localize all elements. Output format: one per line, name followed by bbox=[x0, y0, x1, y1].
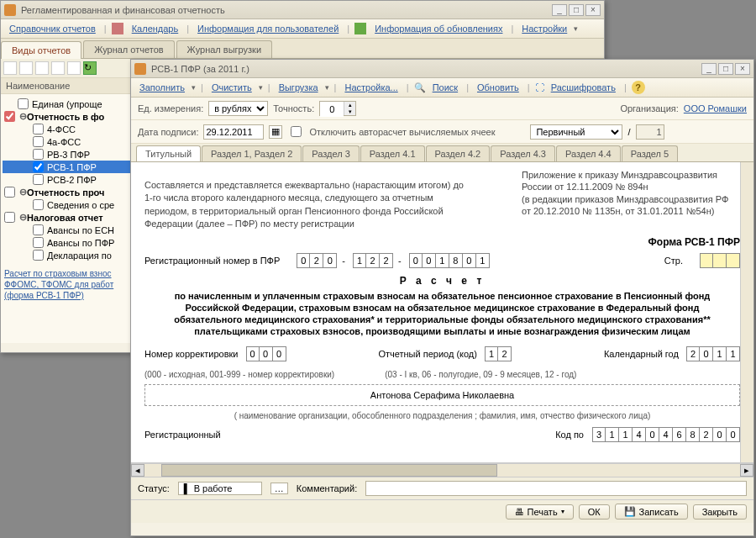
refresh-button[interactable]: Обновить bbox=[474, 81, 522, 94]
print-button[interactable]: 🖶 Печать ▾ bbox=[506, 504, 574, 520]
stepper-down-icon[interactable]: ▾ bbox=[344, 108, 355, 115]
calendar-icon[interactable]: ▦ bbox=[269, 125, 282, 139]
ref-link[interactable]: Справочник отчетов bbox=[6, 22, 99, 35]
save-icon: 💾 bbox=[624, 506, 636, 517]
tree-group[interactable]: ⊖Налоговая отчет bbox=[3, 211, 141, 224]
save-button[interactable]: 💾 Записать bbox=[615, 504, 688, 520]
sidebar-ico-2[interactable] bbox=[19, 61, 33, 75]
tree-check[interactable] bbox=[33, 124, 44, 134]
sidebar-ico-5[interactable] bbox=[67, 61, 81, 75]
tree-item[interactable]: РСВ-2 ПФР bbox=[3, 173, 141, 186]
tab-section42[interactable]: Раздел 4.2 bbox=[426, 145, 491, 161]
stepper-up-icon[interactable]: ▴ bbox=[344, 102, 355, 108]
calendar-link[interactable]: Календарь bbox=[129, 22, 182, 35]
tree-check[interactable] bbox=[4, 111, 15, 122]
fill-button[interactable]: Заполнить bbox=[136, 81, 188, 94]
unit-select[interactable]: в рублях bbox=[208, 101, 268, 116]
close-icon[interactable]: × bbox=[735, 63, 750, 75]
tab-section5[interactable]: Раздел 5 bbox=[622, 145, 679, 161]
tree-group[interactable]: ⊖Отчетность проч bbox=[3, 186, 141, 198]
sidebar-iconrow: ↻ bbox=[1, 59, 143, 78]
tree-item[interactable]: 4-ФСС bbox=[3, 123, 141, 135]
upload-button[interactable]: Выгрузка bbox=[276, 81, 322, 94]
user-info-link[interactable]: Информация для пользователей bbox=[194, 22, 342, 35]
status-more-button[interactable]: … bbox=[270, 483, 288, 494]
year-field[interactable]: 2 0 1 1 bbox=[686, 346, 740, 361]
period-field[interactable]: 1 2 bbox=[485, 346, 512, 361]
tree-item-selected[interactable]: РСВ-1 ПФР bbox=[3, 161, 141, 173]
copy-number-input[interactable] bbox=[636, 124, 664, 140]
tree-check[interactable] bbox=[33, 250, 44, 261]
search-button[interactable]: Поиск bbox=[429, 81, 461, 94]
sidebar-ico-4[interactable] bbox=[51, 61, 65, 75]
tree-check[interactable] bbox=[18, 98, 29, 109]
tree-check[interactable] bbox=[33, 237, 44, 248]
tree-check[interactable] bbox=[33, 149, 44, 160]
scroll-left-icon[interactable]: ◂ bbox=[131, 464, 144, 477]
ok-button[interactable]: ОК bbox=[579, 504, 610, 520]
tree-item[interactable]: Единая (упроще bbox=[3, 98, 141, 110]
decode-button[interactable]: Расшифровать bbox=[548, 81, 619, 94]
updates-link[interactable]: Информация об обновлениях bbox=[371, 22, 506, 35]
win2-titlebar[interactable]: РСВ-1 ПФР (за 2011 г.) _ □ × bbox=[131, 60, 753, 78]
tree-check[interactable] bbox=[33, 224, 44, 235]
maximize-icon[interactable]: □ bbox=[718, 63, 733, 75]
period-label: Отчетный период (код) bbox=[378, 349, 477, 359]
tree-item[interactable]: Авансы по ПФР bbox=[3, 236, 141, 249]
tree-check[interactable] bbox=[33, 174, 44, 185]
tree-check[interactable] bbox=[33, 136, 44, 147]
tab-types[interactable]: Виды отчетов bbox=[1, 41, 81, 59]
maximize-icon[interactable]: □ bbox=[569, 4, 584, 16]
tab-section3[interactable]: Раздел 3 bbox=[302, 145, 360, 161]
tab-section44[interactable]: Раздел 4.4 bbox=[556, 145, 621, 161]
vertical-scrollbar[interactable] bbox=[740, 162, 753, 462]
tab-section41[interactable]: Раздел 4.1 bbox=[360, 145, 425, 161]
refresh-icon[interactable]: ↻ bbox=[83, 61, 97, 75]
autocalc-checkbox[interactable] bbox=[291, 126, 302, 137]
win1-titlebar[interactable]: Регламентированная и финансовая отчетнос… bbox=[1, 1, 604, 19]
tree-item[interactable]: Декларация по bbox=[3, 249, 141, 261]
close-icon[interactable]: × bbox=[585, 4, 601, 16]
tree-group[interactable]: ⊖Отчетность в фо bbox=[3, 110, 141, 123]
sidebar-ico-3[interactable] bbox=[35, 61, 49, 75]
minimize-icon[interactable]: _ bbox=[701, 63, 717, 75]
tree-check[interactable] bbox=[4, 187, 15, 198]
scroll-thumb[interactable] bbox=[161, 464, 497, 477]
name-field[interactable]: Антонова Серафима Николаевна bbox=[144, 384, 740, 406]
status-field[interactable]: ▌ В работе bbox=[178, 482, 262, 495]
report-type-select[interactable]: Первичный bbox=[530, 124, 622, 140]
corr-field[interactable]: 0 0 0 bbox=[246, 346, 286, 361]
precision-stepper[interactable]: ▴▾ bbox=[319, 101, 356, 116]
tab-section43[interactable]: Раздел 4.3 bbox=[491, 145, 555, 161]
tree-check[interactable] bbox=[33, 161, 44, 172]
org-link[interactable]: ООО Ромашки bbox=[684, 103, 747, 113]
settings-button[interactable]: Настройка... bbox=[341, 81, 401, 94]
tree-item[interactable]: Сведения о сре bbox=[3, 198, 141, 211]
sidebar-ico-1[interactable] bbox=[3, 61, 17, 75]
corr-label: Номер корректировки bbox=[144, 349, 238, 359]
tree-item[interactable]: Авансы по ЕСН bbox=[3, 224, 141, 236]
clear-button[interactable]: Очистить bbox=[208, 81, 255, 94]
horizontal-scrollbar[interactable]: ◂ ▸ bbox=[131, 463, 753, 477]
tree-item[interactable]: РВ-3 ПФР bbox=[3, 148, 141, 161]
tree-item[interactable]: 4а-ФСС bbox=[3, 135, 141, 148]
param-row-1: Ед. измерения: в рублях Точность: ▴▾ Орг… bbox=[131, 98, 753, 120]
tree-check[interactable] bbox=[4, 212, 15, 223]
status-label: Статус: bbox=[138, 483, 170, 493]
close-button[interactable]: Закрыть bbox=[693, 504, 747, 520]
tree-check[interactable] bbox=[33, 199, 44, 210]
regnum-field[interactable]: 0 2 0 - 1 2 2 - 0 0 1 8 0 1 bbox=[297, 253, 489, 268]
settings-link[interactable]: Настройки bbox=[518, 22, 570, 35]
tab-title[interactable]: Титульный bbox=[136, 145, 201, 161]
scroll-right-icon[interactable]: ▸ bbox=[740, 464, 753, 477]
precision-input[interactable] bbox=[320, 102, 344, 117]
tab-section12[interactable]: Раздел 1, Раздел 2 bbox=[202, 145, 302, 161]
tab-upload[interactable]: Журнал выгрузки bbox=[176, 40, 272, 58]
minimize-icon[interactable]: _ bbox=[552, 4, 567, 16]
tree-description-link[interactable]: Расчет по страховым взнос ФФОМС, ТФОМС д… bbox=[1, 265, 143, 304]
date-input[interactable] bbox=[203, 124, 264, 140]
help-icon[interactable]: ? bbox=[632, 81, 645, 94]
tab-journal[interactable]: Журнал отчетов bbox=[83, 40, 174, 58]
comment-input[interactable] bbox=[365, 481, 747, 496]
code-field[interactable]: 3 1 1 4 0 4 6 8 2 0 0 bbox=[592, 427, 740, 442]
